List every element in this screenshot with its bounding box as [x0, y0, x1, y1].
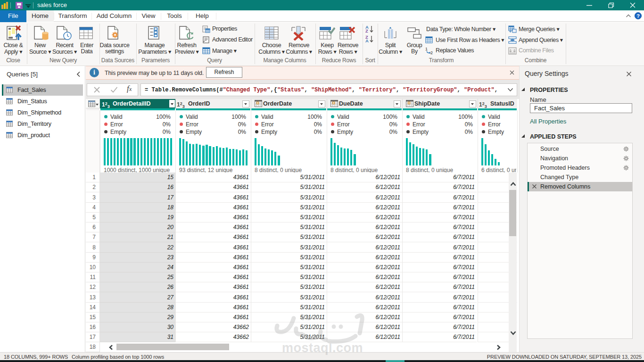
svg-text:2: 2 [430, 50, 433, 55]
svg-text:1: 1 [425, 47, 428, 51]
